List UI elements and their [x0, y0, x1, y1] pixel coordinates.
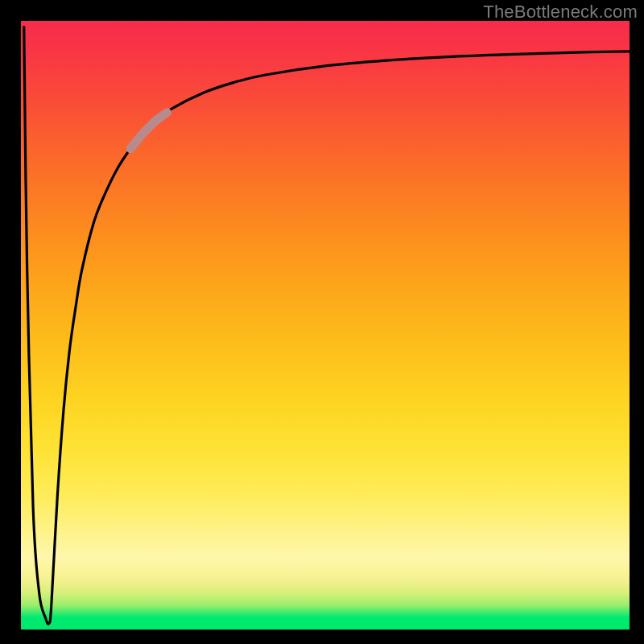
- curve-highlight: [130, 113, 167, 149]
- bottleneck-curve: [21, 21, 630, 630]
- plot-area: [21, 21, 630, 630]
- chart-frame: TheBottleneck.com: [0, 0, 644, 644]
- curve-line: [24, 27, 630, 625]
- watermark-text: TheBottleneck.com: [483, 2, 638, 23]
